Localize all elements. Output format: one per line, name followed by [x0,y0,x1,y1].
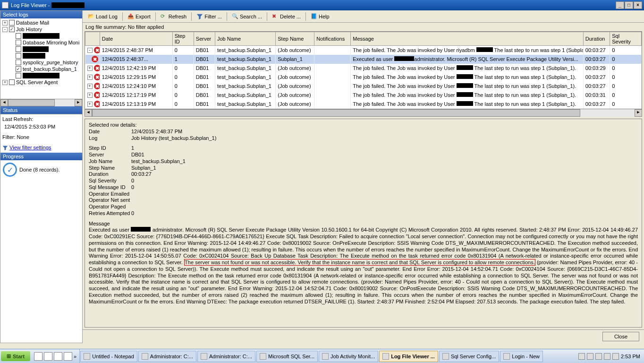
expand-toggle[interactable]: - [87,48,93,53]
view-filter-link[interactable]: View filter settings [9,145,51,150]
tree-item[interactable]: ✓test_backup.Subplan_1 [1,66,81,72]
taskbar-button[interactable]: Microsoft SQL Ser... [256,351,318,362]
tree-item[interactable] [1,46,81,52]
expand-toggle[interactable]: + [87,66,93,71]
taskbar-button[interactable]: Log File Viewer ... [379,351,438,362]
tree-label: Job History [16,26,42,32]
quick-launch: » [31,349,80,363]
expand-toggle[interactable]: + [87,93,93,98]
left-pane: Select logs +Database Mail-✓Job HistoryD… [0,10,83,343]
detail-value: 0 [131,184,134,191]
checkbox[interactable] [9,79,15,85]
taskbar-button[interactable]: Administrator: C:... [138,351,196,362]
log-row[interactable]: -✖12/4/2015 2:48:37 PM0DB01test_backup.S… [85,46,642,55]
col-header[interactable]: Duration [583,32,610,46]
expand-toggle[interactable]: + [2,20,8,26]
ql-icon[interactable] [34,352,42,361]
taskbar-button[interactable]: Administrator: C:... [197,351,255,362]
expand-toggle[interactable]: + [87,102,93,107]
tree-item[interactable] [1,72,81,79]
load-log-button[interactable]: 📂Load Log [85,12,120,21]
redacted [23,33,59,39]
chevron-right-icon[interactable]: » [74,354,76,359]
log-row[interactable]: ✖12/4/2015 2:48:37...1DB01test_backup.Su… [85,55,642,64]
close-button[interactable]: Close [602,332,639,341]
delete-button[interactable]: ✖Delete ... [269,12,304,21]
tray-icon[interactable] [595,353,602,360]
checkbox[interactable]: ✓ [16,66,21,72]
detail-key: Server [89,152,131,158]
tray-icon[interactable] [612,353,619,360]
export-button[interactable]: 📤Export [125,12,153,21]
close-window-button[interactable]: × [634,1,642,9]
checkbox[interactable] [16,40,21,45]
tray-icon[interactable] [604,353,610,360]
checkbox[interactable] [16,33,21,39]
taskbar-button[interactable]: Login - New [500,351,543,362]
log-row[interactable]: +✖12/4/2015 12:13:19 PM0DB01test_backup.… [85,100,642,109]
tree-item[interactable]: +Database Mail [1,19,81,26]
detail-key: Duration [89,171,131,178]
tray-icon[interactable] [587,353,593,360]
col-header[interactable]: Notifications [314,32,351,46]
log-row[interactable]: +✖12/4/2015 12:42:19 PM0DB01test_backup.… [85,64,642,73]
expand-toggle[interactable]: + [87,84,93,89]
tree-item[interactable]: -✓Job History [1,26,81,33]
redacted [457,92,473,97]
checkbox[interactable] [9,20,15,26]
checkbox[interactable] [16,46,21,52]
log-row[interactable]: +✖12/4/2015 12:29:15 PM0DB01test_backup.… [85,73,642,82]
col-header[interactable]: Sql Severity [610,32,642,46]
col-header[interactable]: Step ID [172,32,194,46]
tray-icon[interactable] [578,353,585,360]
col-header[interactable]: Job Name [215,32,275,46]
checkbox[interactable] [16,60,21,65]
checkbox[interactable] [16,73,21,78]
help-button[interactable]: 📘Help [308,12,332,21]
scroll-left-icon[interactable]: ◄ [0,99,8,106]
scroll-right-icon[interactable]: ► [75,99,82,106]
col-header[interactable]: Message [351,32,584,46]
taskbar-button[interactable]: Job Activity Monit... [319,351,378,362]
start-button[interactable]: ⊞Start [1,351,30,361]
scroll-right-icon[interactable]: ► [635,109,642,117]
tree-item[interactable] [1,52,81,59]
log-row[interactable]: +✖12/4/2015 12:17:19 PM0DB01test_backup.… [85,91,642,100]
log-grid[interactable]: DateStep IDServerJob NameStep NameNotifi… [85,31,642,109]
expand-toggle[interactable]: + [2,80,8,85]
checkbox[interactable] [16,53,21,59]
expand-toggle[interactable]: + [87,75,93,80]
tree-item[interactable] [1,33,81,39]
maximize-button[interactable]: □ [625,1,633,9]
taskbar-button[interactable]: Sql Server Config... [439,351,499,362]
ql-icon[interactable] [44,352,52,361]
error-icon: ✖ [94,101,100,107]
log-tree[interactable]: +Database Mail-✓Job HistoryDatabase Mirr… [0,18,82,99]
ql-icon[interactable] [64,352,72,361]
detail-key: Step ID [89,145,131,152]
tree-hscroll[interactable]: ◄ ► [0,99,82,106]
search-button[interactable]: 🔍Search ... [229,12,265,21]
minimize-button[interactable]: _ [616,1,624,9]
ql-icon[interactable] [54,352,62,361]
tree-label: syspolicy_purge_history [23,60,78,65]
app-icon [201,353,207,360]
funnel-icon [2,145,8,151]
expand-toggle[interactable]: - [2,27,8,32]
tree-item[interactable]: syspolicy_purge_history [1,59,81,66]
scroll-left-icon[interactable]: ◄ [85,109,92,117]
tree-item[interactable]: +SQL Server Agent [1,79,81,86]
checkbox[interactable]: ✓ [9,26,15,32]
col-header[interactable]: Step Name [276,32,314,46]
log-row[interactable]: +✖12/4/2015 12:24:10 PM0DB01test_backup.… [85,82,642,91]
grid-hscroll[interactable]: ◄ ► [85,109,642,117]
search-icon: 🔍 [232,13,238,20]
col-header[interactable]: Date [100,32,172,46]
filter-button[interactable]: Filter ... [194,12,225,21]
detail-key: Job Name [89,158,131,165]
col-header[interactable]: Server [194,32,215,46]
refresh-button[interactable]: ⟳Refresh [158,12,190,21]
taskbar-button[interactable]: Untitled - Notepad [80,351,137,362]
detail-value: 1 [131,145,134,152]
tree-item[interactable]: Database Mirroring Moni [1,39,81,46]
